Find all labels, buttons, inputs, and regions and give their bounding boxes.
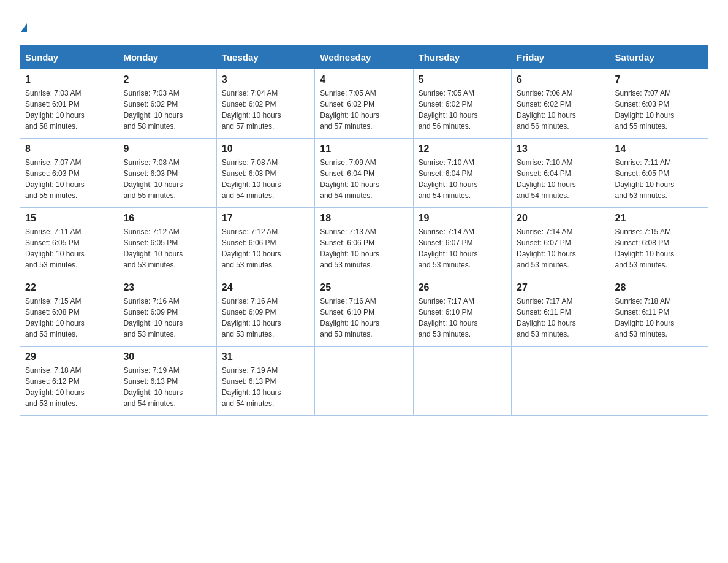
day-number: 29 xyxy=(25,351,113,362)
day-number: 12 xyxy=(419,144,506,155)
calendar-week-row: 8 Sunrise: 7:07 AM Sunset: 6:03 PM Dayli… xyxy=(20,139,708,208)
calendar-cell: 3 Sunrise: 7:04 AM Sunset: 6:02 PM Dayli… xyxy=(216,69,314,139)
day-number: 13 xyxy=(517,144,604,155)
day-number: 19 xyxy=(419,213,506,224)
calendar-cell: 30 Sunrise: 7:19 AM Sunset: 6:13 PM Dayl… xyxy=(118,347,216,416)
day-info: Sunrise: 7:18 AM Sunset: 6:12 PM Dayligh… xyxy=(25,365,113,409)
day-info: Sunrise: 7:13 AM Sunset: 6:06 PM Dayligh… xyxy=(320,226,408,270)
day-info: Sunrise: 7:09 AM Sunset: 6:04 PM Dayligh… xyxy=(320,157,408,201)
day-info: Sunrise: 7:14 AM Sunset: 6:07 PM Dayligh… xyxy=(517,226,604,270)
day-number: 30 xyxy=(123,351,211,362)
calendar-header-friday: Friday xyxy=(512,46,610,69)
calendar-cell: 4 Sunrise: 7:05 AM Sunset: 6:02 PM Dayli… xyxy=(315,69,413,139)
day-info: Sunrise: 7:15 AM Sunset: 6:08 PM Dayligh… xyxy=(615,226,703,270)
day-number: 31 xyxy=(222,351,309,362)
day-info: Sunrise: 7:07 AM Sunset: 6:03 PM Dayligh… xyxy=(25,157,113,201)
day-number: 6 xyxy=(517,74,604,85)
calendar-cell: 25 Sunrise: 7:16 AM Sunset: 6:10 PM Dayl… xyxy=(315,277,413,347)
day-number: 18 xyxy=(320,213,408,224)
calendar-cell: 31 Sunrise: 7:19 AM Sunset: 6:13 PM Dayl… xyxy=(216,347,314,416)
day-info: Sunrise: 7:17 AM Sunset: 6:10 PM Dayligh… xyxy=(419,296,506,340)
calendar-cell xyxy=(315,347,413,416)
calendar-header-wednesday: Wednesday xyxy=(315,46,413,69)
day-info: Sunrise: 7:16 AM Sunset: 6:10 PM Dayligh… xyxy=(320,296,408,340)
day-number: 23 xyxy=(123,282,211,293)
day-info: Sunrise: 7:12 AM Sunset: 6:05 PM Dayligh… xyxy=(123,226,211,270)
calendar-cell: 16 Sunrise: 7:12 AM Sunset: 6:05 PM Dayl… xyxy=(118,208,216,277)
day-number: 3 xyxy=(222,74,309,85)
day-info: Sunrise: 7:19 AM Sunset: 6:13 PM Dayligh… xyxy=(123,365,211,409)
calendar-cell: 27 Sunrise: 7:17 AM Sunset: 6:11 PM Dayl… xyxy=(512,277,610,347)
calendar-cell: 28 Sunrise: 7:18 AM Sunset: 6:11 PM Dayl… xyxy=(610,277,708,347)
calendar-cell: 23 Sunrise: 7:16 AM Sunset: 6:09 PM Dayl… xyxy=(118,277,216,347)
day-info: Sunrise: 7:03 AM Sunset: 6:01 PM Dayligh… xyxy=(25,88,113,132)
day-info: Sunrise: 7:10 AM Sunset: 6:04 PM Dayligh… xyxy=(419,157,506,201)
calendar-cell: 11 Sunrise: 7:09 AM Sunset: 6:04 PM Dayl… xyxy=(315,139,413,208)
logo-general-text xyxy=(20,15,27,36)
calendar-cell: 6 Sunrise: 7:06 AM Sunset: 6:02 PM Dayli… xyxy=(512,69,610,139)
day-number: 11 xyxy=(320,144,408,155)
day-number: 27 xyxy=(517,282,604,293)
day-info: Sunrise: 7:15 AM Sunset: 6:08 PM Dayligh… xyxy=(25,296,113,340)
calendar-cell: 2 Sunrise: 7:03 AM Sunset: 6:02 PM Dayli… xyxy=(118,69,216,139)
calendar-week-row: 29 Sunrise: 7:18 AM Sunset: 6:12 PM Dayl… xyxy=(20,347,708,416)
day-number: 25 xyxy=(320,282,408,293)
day-info: Sunrise: 7:17 AM Sunset: 6:11 PM Dayligh… xyxy=(517,296,604,340)
calendar-cell xyxy=(413,347,511,416)
logo-triangle-icon xyxy=(21,23,27,32)
day-number: 2 xyxy=(123,74,211,85)
day-number: 1 xyxy=(25,74,113,85)
day-info: Sunrise: 7:12 AM Sunset: 6:06 PM Dayligh… xyxy=(222,226,309,270)
calendar-cell: 24 Sunrise: 7:16 AM Sunset: 6:09 PM Dayl… xyxy=(216,277,314,347)
day-number: 17 xyxy=(222,213,309,224)
day-number: 7 xyxy=(615,74,703,85)
calendar-header-monday: Monday xyxy=(118,46,216,69)
day-info: Sunrise: 7:06 AM Sunset: 6:02 PM Dayligh… xyxy=(517,88,604,132)
calendar-cell: 13 Sunrise: 7:10 AM Sunset: 6:04 PM Dayl… xyxy=(512,139,610,208)
day-info: Sunrise: 7:05 AM Sunset: 6:02 PM Dayligh… xyxy=(419,88,506,132)
day-info: Sunrise: 7:03 AM Sunset: 6:02 PM Dayligh… xyxy=(123,88,211,132)
logo xyxy=(20,15,27,36)
calendar-cell: 9 Sunrise: 7:08 AM Sunset: 6:03 PM Dayli… xyxy=(118,139,216,208)
day-info: Sunrise: 7:08 AM Sunset: 6:03 PM Dayligh… xyxy=(222,157,309,201)
day-info: Sunrise: 7:11 AM Sunset: 6:05 PM Dayligh… xyxy=(25,226,113,270)
day-info: Sunrise: 7:18 AM Sunset: 6:11 PM Dayligh… xyxy=(615,296,703,340)
calendar-week-row: 22 Sunrise: 7:15 AM Sunset: 6:08 PM Dayl… xyxy=(20,277,708,347)
day-number: 24 xyxy=(222,282,309,293)
day-info: Sunrise: 7:04 AM Sunset: 6:02 PM Dayligh… xyxy=(222,88,309,132)
day-info: Sunrise: 7:19 AM Sunset: 6:13 PM Dayligh… xyxy=(222,365,309,409)
calendar-header-tuesday: Tuesday xyxy=(216,46,314,69)
calendar-cell: 21 Sunrise: 7:15 AM Sunset: 6:08 PM Dayl… xyxy=(610,208,708,277)
day-info: Sunrise: 7:07 AM Sunset: 6:03 PM Dayligh… xyxy=(615,88,703,132)
day-info: Sunrise: 7:16 AM Sunset: 6:09 PM Dayligh… xyxy=(123,296,211,340)
day-info: Sunrise: 7:14 AM Sunset: 6:07 PM Dayligh… xyxy=(419,226,506,270)
calendar-cell: 15 Sunrise: 7:11 AM Sunset: 6:05 PM Dayl… xyxy=(20,208,118,277)
day-number: 28 xyxy=(615,282,703,293)
calendar-cell: 29 Sunrise: 7:18 AM Sunset: 6:12 PM Dayl… xyxy=(20,347,118,416)
calendar-header-saturday: Saturday xyxy=(610,46,708,69)
day-number: 15 xyxy=(25,213,113,224)
day-info: Sunrise: 7:16 AM Sunset: 6:09 PM Dayligh… xyxy=(222,296,309,340)
day-number: 20 xyxy=(517,213,604,224)
calendar-header-thursday: Thursday xyxy=(413,46,511,69)
day-number: 8 xyxy=(25,144,113,155)
calendar-cell: 22 Sunrise: 7:15 AM Sunset: 6:08 PM Dayl… xyxy=(20,277,118,347)
calendar-cell: 17 Sunrise: 7:12 AM Sunset: 6:06 PM Dayl… xyxy=(216,208,314,277)
calendar-cell: 10 Sunrise: 7:08 AM Sunset: 6:03 PM Dayl… xyxy=(216,139,314,208)
calendar-week-row: 15 Sunrise: 7:11 AM Sunset: 6:05 PM Dayl… xyxy=(20,208,708,277)
day-number: 26 xyxy=(419,282,506,293)
calendar-cell: 26 Sunrise: 7:17 AM Sunset: 6:10 PM Dayl… xyxy=(413,277,511,347)
calendar-header-row: SundayMondayTuesdayWednesdayThursdayFrid… xyxy=(20,46,708,69)
calendar-table: SundayMondayTuesdayWednesdayThursdayFrid… xyxy=(20,45,708,416)
calendar-header-sunday: Sunday xyxy=(20,46,118,69)
day-number: 21 xyxy=(615,213,703,224)
calendar-cell: 1 Sunrise: 7:03 AM Sunset: 6:01 PM Dayli… xyxy=(20,69,118,139)
day-number: 16 xyxy=(123,213,211,224)
calendar-cell: 8 Sunrise: 7:07 AM Sunset: 6:03 PM Dayli… xyxy=(20,139,118,208)
calendar-cell xyxy=(512,347,610,416)
calendar-cell: 20 Sunrise: 7:14 AM Sunset: 6:07 PM Dayl… xyxy=(512,208,610,277)
day-number: 4 xyxy=(320,74,408,85)
day-number: 9 xyxy=(123,144,211,155)
calendar-cell xyxy=(610,347,708,416)
page-header xyxy=(20,15,708,36)
